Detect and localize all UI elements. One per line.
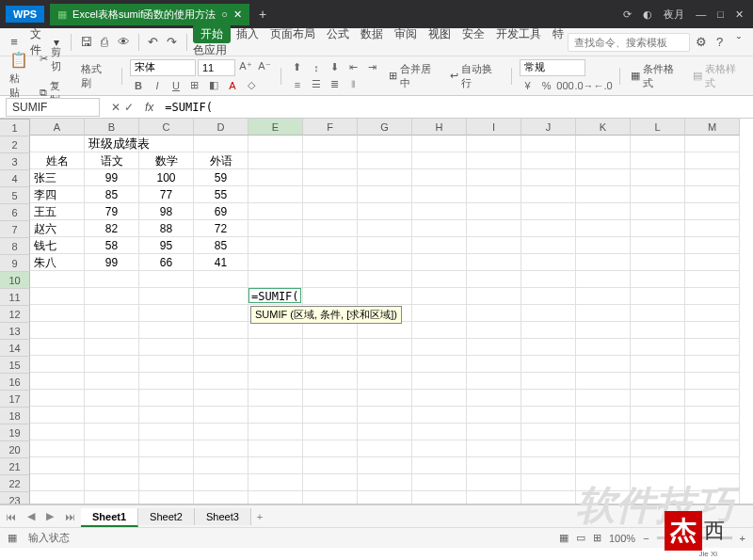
cell[interactable] xyxy=(303,440,358,457)
save-icon[interactable]: 🖫 xyxy=(77,33,94,52)
cell[interactable] xyxy=(139,288,194,305)
cell[interactable]: 72 xyxy=(194,220,248,237)
row-header[interactable]: 22 xyxy=(0,475,30,492)
cell[interactable] xyxy=(521,220,576,237)
cell[interactable] xyxy=(685,305,740,322)
cell[interactable] xyxy=(412,373,467,390)
cell[interactable] xyxy=(248,373,303,390)
currency-icon[interactable]: ¥ xyxy=(520,78,537,93)
cell[interactable] xyxy=(631,271,685,288)
row-header[interactable]: 1 xyxy=(0,120,30,136)
cell[interactable] xyxy=(85,322,139,339)
cell[interactable] xyxy=(467,271,521,288)
row-header[interactable]: 21 xyxy=(0,458,30,475)
ribbon-tab-6[interactable]: 视图 xyxy=(423,24,457,43)
cell[interactable] xyxy=(576,237,631,254)
cell[interactable] xyxy=(303,339,358,356)
cell[interactable] xyxy=(358,474,412,491)
cell[interactable] xyxy=(303,474,358,491)
indent-left-icon[interactable]: ⇤ xyxy=(345,60,362,75)
cell[interactable] xyxy=(631,288,685,305)
cell[interactable] xyxy=(303,424,358,440)
cell[interactable] xyxy=(521,237,576,254)
ribbon-tab-1[interactable]: 插入 xyxy=(231,24,264,43)
preview-icon[interactable]: 👁 xyxy=(115,33,132,52)
cell[interactable] xyxy=(412,254,467,271)
cell[interactable] xyxy=(303,390,358,407)
cell[interactable] xyxy=(576,457,631,474)
col-header[interactable]: B xyxy=(85,119,139,136)
cell[interactable] xyxy=(303,288,358,305)
cell[interactable] xyxy=(248,424,303,440)
cell[interactable] xyxy=(685,220,740,237)
row-header[interactable]: 4 xyxy=(0,170,30,187)
sheet-nav-next-icon[interactable]: ▶ xyxy=(40,510,59,522)
bold-icon[interactable]: B xyxy=(130,78,147,93)
cell[interactable] xyxy=(521,339,576,356)
accept-formula-icon[interactable]: ✓ xyxy=(124,101,134,114)
paste-icon[interactable]: 📋 xyxy=(9,51,28,69)
view-normal-icon[interactable]: ▦ xyxy=(559,532,569,544)
cell[interactable] xyxy=(303,322,358,339)
cut-button[interactable]: ✂ 剪切 xyxy=(36,43,73,75)
cell[interactable] xyxy=(303,356,358,373)
cell[interactable]: 赵六 xyxy=(30,220,85,237)
cell[interactable]: 82 xyxy=(85,220,139,237)
font-size-select[interactable] xyxy=(198,59,235,76)
cell[interactable] xyxy=(412,169,467,186)
tab-close-icon[interactable]: ✕ xyxy=(233,8,242,21)
row-header[interactable]: 9 xyxy=(0,255,30,272)
col-header[interactable]: J xyxy=(521,119,576,136)
cell[interactable] xyxy=(358,491,412,504)
row-header[interactable]: 15 xyxy=(0,357,30,374)
cell[interactable] xyxy=(194,457,248,474)
cell[interactable] xyxy=(248,152,303,169)
cell[interactable] xyxy=(85,440,139,457)
cell[interactable] xyxy=(85,373,139,390)
cell[interactable] xyxy=(467,491,521,504)
distribute-icon[interactable]: ⫴ xyxy=(345,77,362,92)
cell[interactable] xyxy=(303,136,358,152)
cell[interactable] xyxy=(85,339,139,356)
cell[interactable] xyxy=(248,203,303,220)
cell[interactable] xyxy=(467,288,521,305)
cell[interactable] xyxy=(467,186,521,203)
cell[interactable] xyxy=(467,356,521,373)
cell[interactable] xyxy=(685,136,740,152)
sheet-nav-prev-icon[interactable]: ◀ xyxy=(22,510,40,522)
cell[interactable] xyxy=(412,407,467,424)
wrap-button[interactable]: ↩自动换行 xyxy=(446,60,504,92)
cell[interactable] xyxy=(194,424,248,440)
sync-icon[interactable]: ⟳ xyxy=(623,8,632,21)
cell[interactable] xyxy=(30,440,85,457)
cell[interactable] xyxy=(358,186,412,203)
cell[interactable] xyxy=(248,271,303,288)
menu-icon[interactable]: ≡ xyxy=(6,33,23,52)
cell[interactable] xyxy=(139,322,194,339)
percent-icon[interactable]: % xyxy=(538,78,555,93)
cell[interactable] xyxy=(30,424,85,440)
cell[interactable] xyxy=(631,254,685,271)
ribbon-tab-3[interactable]: 公式 xyxy=(321,24,355,43)
cell[interactable] xyxy=(576,474,631,491)
cell[interactable] xyxy=(248,136,303,152)
row-header[interactable]: 17 xyxy=(0,391,30,408)
cell[interactable] xyxy=(412,339,467,356)
cell[interactable] xyxy=(521,288,576,305)
cell[interactable] xyxy=(139,424,194,440)
cell[interactable] xyxy=(576,271,631,288)
row-header[interactable]: 6 xyxy=(0,204,30,221)
cell[interactable] xyxy=(85,407,139,424)
row-header[interactable]: 5 xyxy=(0,187,30,204)
cell[interactable] xyxy=(358,237,412,254)
add-sheet-icon[interactable]: + xyxy=(251,511,268,522)
cell[interactable] xyxy=(303,169,358,186)
cell[interactable] xyxy=(576,356,631,373)
col-header[interactable]: D xyxy=(194,119,248,136)
cell[interactable] xyxy=(358,169,412,186)
cell[interactable] xyxy=(139,474,194,491)
cell[interactable] xyxy=(248,322,303,339)
cell[interactable] xyxy=(631,322,685,339)
cell[interactable] xyxy=(412,203,467,220)
fill-color-icon[interactable]: ◧ xyxy=(205,78,222,93)
